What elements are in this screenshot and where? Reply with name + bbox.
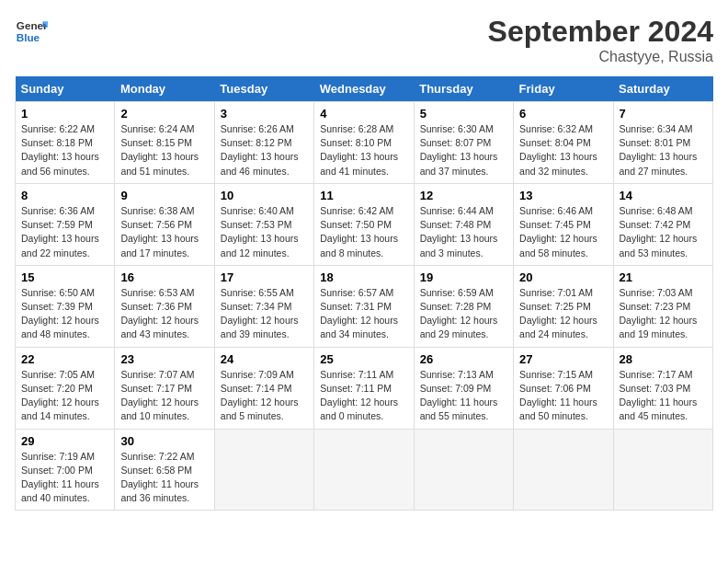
table-cell: 17Sunrise: 6:55 AMSunset: 7:34 PMDayligh… <box>214 265 313 347</box>
table-cell: 21Sunrise: 7:03 AMSunset: 7:23 PMDayligh… <box>613 265 712 347</box>
day-info: Sunrise: 6:59 AMSunset: 7:28 PMDaylight:… <box>420 286 507 342</box>
day-number: 26 <box>420 352 507 366</box>
table-cell: 29Sunrise: 7:19 AMSunset: 7:00 PMDayligh… <box>16 429 115 511</box>
table-cell: 15Sunrise: 6:50 AMSunset: 7:39 PMDayligh… <box>16 265 115 347</box>
day-info: Sunrise: 7:13 AMSunset: 7:09 PMDaylight:… <box>420 368 507 424</box>
day-info: Sunrise: 6:40 AMSunset: 7:53 PMDaylight:… <box>221 204 308 260</box>
day-number: 1 <box>21 107 108 121</box>
day-info: Sunrise: 6:28 AMSunset: 8:10 PMDaylight:… <box>320 122 407 178</box>
table-cell: 14Sunrise: 6:48 AMSunset: 7:42 PMDayligh… <box>613 183 712 265</box>
table-cell: 18Sunrise: 6:57 AMSunset: 7:31 PMDayligh… <box>314 265 414 347</box>
day-number: 15 <box>21 270 108 284</box>
table-cell <box>314 429 414 511</box>
day-info: Sunrise: 7:22 AMSunset: 6:58 PMDaylight:… <box>120 450 208 506</box>
table-cell <box>514 429 613 511</box>
day-number: 25 <box>320 352 407 366</box>
table-cell: 19Sunrise: 6:59 AMSunset: 7:28 PMDayligh… <box>414 265 513 347</box>
day-info: Sunrise: 6:24 AMSunset: 8:15 PMDaylight:… <box>120 122 208 178</box>
calendar-title: September 2024 <box>488 15 713 49</box>
calendar-row: 1Sunrise: 6:22 AMSunset: 8:18 PMDaylight… <box>16 102 713 184</box>
day-number: 22 <box>21 352 108 366</box>
table-cell: 23Sunrise: 7:07 AMSunset: 7:17 PMDayligh… <box>115 347 214 429</box>
table-cell: 13Sunrise: 6:46 AMSunset: 7:45 PMDayligh… <box>514 183 613 265</box>
day-info: Sunrise: 7:15 AMSunset: 7:06 PMDaylight:… <box>519 368 607 424</box>
day-number: 20 <box>519 270 607 284</box>
title-block: September 2024 Chastyye, Russia <box>488 15 713 65</box>
day-info: Sunrise: 6:30 AMSunset: 8:07 PMDaylight:… <box>420 122 507 178</box>
day-number: 17 <box>221 270 308 284</box>
day-info: Sunrise: 7:17 AMSunset: 7:03 PMDaylight:… <box>620 368 707 424</box>
calendar-table: Sunday Monday Tuesday Wednesday Thursday… <box>15 76 713 511</box>
day-number: 6 <box>519 107 607 121</box>
day-number: 7 <box>620 107 707 121</box>
day-number: 9 <box>120 189 208 202</box>
table-cell: 10Sunrise: 6:40 AMSunset: 7:53 PMDayligh… <box>214 183 313 265</box>
col-monday: Monday <box>115 76 214 102</box>
day-info: Sunrise: 6:44 AMSunset: 7:48 PMDaylight:… <box>420 204 507 260</box>
col-wednesday: Wednesday <box>314 76 414 102</box>
day-number: 4 <box>320 107 407 121</box>
day-number: 13 <box>519 189 607 202</box>
day-info: Sunrise: 6:46 AMSunset: 7:45 PMDaylight:… <box>519 204 607 260</box>
col-saturday: Saturday <box>613 76 712 102</box>
day-info: Sunrise: 6:32 AMSunset: 8:04 PMDaylight:… <box>519 122 607 178</box>
table-cell: 1Sunrise: 6:22 AMSunset: 8:18 PMDaylight… <box>16 102 115 184</box>
calendar-row: 8Sunrise: 6:36 AMSunset: 7:59 PMDaylight… <box>16 183 713 265</box>
day-info: Sunrise: 7:05 AMSunset: 7:20 PMDaylight:… <box>21 368 108 424</box>
calendar-row: 22Sunrise: 7:05 AMSunset: 7:20 PMDayligh… <box>16 347 713 429</box>
day-info: Sunrise: 6:38 AMSunset: 7:56 PMDaylight:… <box>120 204 208 260</box>
day-number: 28 <box>620 352 707 366</box>
day-number: 5 <box>420 107 507 121</box>
day-info: Sunrise: 6:53 AMSunset: 7:36 PMDaylight:… <box>120 286 208 342</box>
table-cell: 2Sunrise: 6:24 AMSunset: 8:15 PMDaylight… <box>115 102 214 184</box>
day-info: Sunrise: 6:42 AMSunset: 7:50 PMDaylight:… <box>320 204 407 260</box>
table-cell: 20Sunrise: 7:01 AMSunset: 7:25 PMDayligh… <box>514 265 613 347</box>
day-info: Sunrise: 6:36 AMSunset: 7:59 PMDaylight:… <box>21 204 108 260</box>
table-cell: 5Sunrise: 6:30 AMSunset: 8:07 PMDaylight… <box>414 102 513 184</box>
table-cell: 7Sunrise: 6:34 AMSunset: 8:01 PMDaylight… <box>613 102 712 184</box>
day-number: 18 <box>320 270 407 284</box>
calendar-body: 1Sunrise: 6:22 AMSunset: 8:18 PMDaylight… <box>16 102 713 511</box>
table-cell: 28Sunrise: 7:17 AMSunset: 7:03 PMDayligh… <box>613 347 712 429</box>
day-number: 8 <box>21 189 108 202</box>
calendar-row: 29Sunrise: 7:19 AMSunset: 7:00 PMDayligh… <box>16 429 713 511</box>
logo-icon: General Blue <box>15 15 48 48</box>
col-sunday: Sunday <box>16 76 115 102</box>
table-cell: 25Sunrise: 7:11 AMSunset: 7:11 PMDayligh… <box>314 347 414 429</box>
day-number: 21 <box>620 270 707 284</box>
day-info: Sunrise: 6:48 AMSunset: 7:42 PMDaylight:… <box>620 204 707 260</box>
table-cell: 9Sunrise: 6:38 AMSunset: 7:56 PMDaylight… <box>115 183 214 265</box>
header-row: Sunday Monday Tuesday Wednesday Thursday… <box>16 76 713 102</box>
table-cell: 4Sunrise: 6:28 AMSunset: 8:10 PMDaylight… <box>314 102 414 184</box>
day-info: Sunrise: 7:19 AMSunset: 7:00 PMDaylight:… <box>21 450 108 506</box>
calendar-row: 15Sunrise: 6:50 AMSunset: 7:39 PMDayligh… <box>16 265 713 347</box>
day-number: 11 <box>320 189 407 202</box>
day-info: Sunrise: 7:09 AMSunset: 7:14 PMDaylight:… <box>221 368 308 424</box>
col-thursday: Thursday <box>414 76 513 102</box>
page-header: General Blue September 2024 Chastyye, Ru… <box>15 15 713 65</box>
table-cell: 26Sunrise: 7:13 AMSunset: 7:09 PMDayligh… <box>414 347 513 429</box>
col-friday: Friday <box>514 76 613 102</box>
table-cell: 3Sunrise: 6:26 AMSunset: 8:12 PMDaylight… <box>214 102 313 184</box>
table-cell: 16Sunrise: 6:53 AMSunset: 7:36 PMDayligh… <box>115 265 214 347</box>
day-number: 27 <box>519 352 607 366</box>
day-number: 14 <box>620 189 707 202</box>
table-cell <box>214 429 313 511</box>
day-info: Sunrise: 6:26 AMSunset: 8:12 PMDaylight:… <box>221 122 308 178</box>
logo: General Blue <box>15 15 48 48</box>
day-info: Sunrise: 6:34 AMSunset: 8:01 PMDaylight:… <box>620 122 707 178</box>
day-info: Sunrise: 6:22 AMSunset: 8:18 PMDaylight:… <box>21 122 108 178</box>
day-number: 2 <box>120 107 208 121</box>
day-number: 24 <box>221 352 308 366</box>
table-cell: 24Sunrise: 7:09 AMSunset: 7:14 PMDayligh… <box>214 347 313 429</box>
day-number: 19 <box>420 270 507 284</box>
day-info: Sunrise: 7:01 AMSunset: 7:25 PMDaylight:… <box>519 286 607 342</box>
day-info: Sunrise: 7:07 AMSunset: 7:17 PMDaylight:… <box>120 368 208 424</box>
table-cell: 6Sunrise: 6:32 AMSunset: 8:04 PMDaylight… <box>514 102 613 184</box>
day-number: 29 <box>21 434 108 448</box>
table-cell: 8Sunrise: 6:36 AMSunset: 7:59 PMDaylight… <box>16 183 115 265</box>
day-info: Sunrise: 7:11 AMSunset: 7:11 PMDaylight:… <box>320 368 407 424</box>
day-info: Sunrise: 7:03 AMSunset: 7:23 PMDaylight:… <box>620 286 707 342</box>
table-cell: 12Sunrise: 6:44 AMSunset: 7:48 PMDayligh… <box>414 183 513 265</box>
day-info: Sunrise: 6:57 AMSunset: 7:31 PMDaylight:… <box>320 286 407 342</box>
